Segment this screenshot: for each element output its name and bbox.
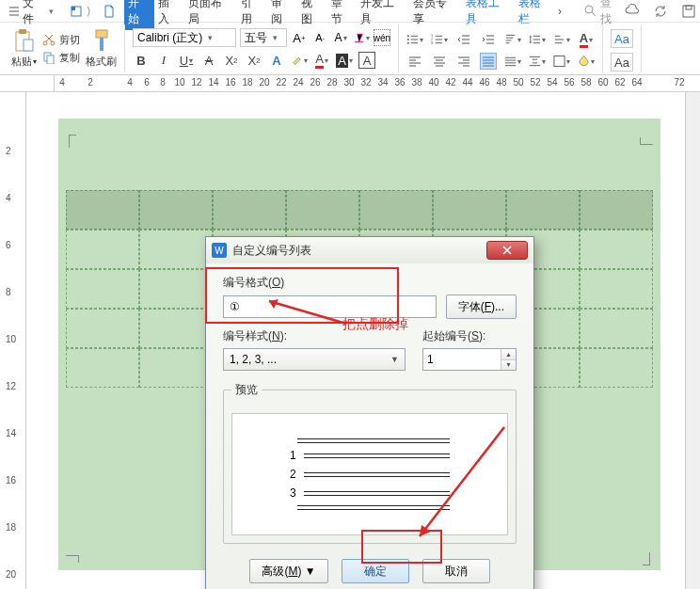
- number-list-button[interactable]: 123: [431, 31, 448, 48]
- paste-icon: [14, 28, 35, 53]
- bullet-list-button[interactable]: [406, 31, 423, 48]
- text-effects-button[interactable]: A: [268, 52, 285, 69]
- svg-rect-20: [554, 56, 565, 66]
- number-style-select[interactable]: 1, 2, 3, ...: [223, 348, 406, 371]
- align-center-button[interactable]: [431, 53, 448, 70]
- svg-point-14: [407, 35, 409, 37]
- search-box[interactable]: 查找: [584, 0, 623, 27]
- cut-icon: [42, 33, 56, 46]
- save-icon[interactable]: [681, 4, 696, 19]
- cancel-button[interactable]: 取消: [422, 559, 490, 583]
- paste-label: 粘贴: [11, 55, 32, 69]
- start-number-spinner[interactable]: 1 ▲▼: [422, 348, 517, 371]
- cloud-icon[interactable]: [625, 4, 640, 19]
- svg-point-16: [407, 42, 409, 44]
- preview-box: 1 2 3: [231, 413, 508, 535]
- margin-corner: [643, 552, 650, 565]
- dialog-app-icon: W: [212, 243, 227, 258]
- phonetic-guide-button[interactable]: wén: [374, 29, 390, 46]
- preview-num: 1: [290, 449, 296, 462]
- highlight-button[interactable]: [291, 52, 308, 69]
- font-color-button[interactable]: A: [313, 52, 330, 69]
- copy-label: 复制: [59, 51, 80, 65]
- format-label: 编号格式(O): [223, 275, 517, 291]
- grow-font-button[interactable]: A+: [291, 29, 308, 46]
- vertical-ruler[interactable]: 2 4 6 8 10 12 14 16 18 20: [0, 92, 26, 589]
- clear-format-button[interactable]: [353, 29, 370, 46]
- line-spacing-button[interactable]: [529, 31, 546, 48]
- copy-icon: [42, 51, 56, 64]
- align-distributed-button[interactable]: [504, 53, 521, 70]
- search-placeholder: 查找: [600, 0, 623, 27]
- cut-label: 剪切: [59, 33, 80, 47]
- svg-rect-6: [19, 29, 26, 34]
- close-button[interactable]: [486, 241, 528, 260]
- search-icon: [584, 5, 597, 17]
- align-right-button[interactable]: [455, 53, 472, 70]
- preview-label: 预览: [231, 382, 262, 398]
- svg-rect-12: [96, 30, 107, 38]
- cut-button[interactable]: 剪切: [40, 31, 82, 48]
- svg-rect-4: [686, 6, 692, 9]
- para-color-button[interactable]: A: [578, 31, 595, 48]
- close-icon: [501, 246, 513, 255]
- strike-button[interactable]: A: [200, 52, 217, 69]
- style1-button[interactable]: Aa: [611, 29, 633, 48]
- style2-button[interactable]: Aa: [611, 53, 633, 72]
- style-value: 1, 2, 3, ...: [230, 353, 277, 366]
- tabs-overflow[interactable]: ›: [556, 5, 564, 18]
- tab-setup-button[interactable]: [553, 31, 570, 48]
- advanced-button[interactable]: 高级(M) ▼: [249, 559, 328, 583]
- dialog-titlebar[interactable]: W 自定义编号列表: [206, 237, 533, 263]
- start-label: 起始编号(S):: [422, 328, 517, 344]
- shrink-font-button[interactable]: A-: [311, 29, 328, 46]
- font-size-select[interactable]: 五号: [240, 28, 287, 47]
- char-border-button[interactable]: A: [358, 52, 375, 69]
- font-button[interactable]: 字体(F)...: [446, 294, 517, 319]
- subscript-button[interactable]: X2: [246, 52, 262, 69]
- preview-num: 2: [290, 468, 296, 481]
- svg-text:3: 3: [431, 41, 433, 45]
- margin-corner: [69, 135, 76, 148]
- superscript-button[interactable]: X2: [223, 52, 240, 69]
- format-painter-label: 格式刷: [86, 55, 117, 69]
- svg-rect-3: [683, 6, 694, 17]
- font-name-select[interactable]: Calibri (正文): [133, 28, 236, 47]
- italic-button[interactable]: I: [155, 52, 172, 69]
- increase-indent-button[interactable]: [480, 31, 497, 48]
- bold-button[interactable]: B: [133, 52, 150, 69]
- align-left-button[interactable]: [406, 53, 423, 70]
- align-justify-button[interactable]: [480, 53, 497, 70]
- para-spacing-button[interactable]: [529, 53, 546, 70]
- sep: ⟩: [87, 5, 91, 18]
- decrease-indent-button[interactable]: [455, 31, 472, 48]
- preview-num: 3: [290, 486, 296, 500]
- format-painter-button[interactable]: 格式刷: [82, 24, 120, 72]
- spin-up[interactable]: ▲: [501, 349, 516, 360]
- hamburger-icon: [9, 7, 19, 16]
- change-case-button[interactable]: A: [332, 29, 349, 46]
- sort-button[interactable]: [504, 31, 521, 48]
- sync-icon[interactable]: [653, 4, 668, 19]
- doc-icon[interactable]: [102, 4, 117, 19]
- copy-button[interactable]: 复制: [40, 49, 82, 66]
- underline-button[interactable]: U: [178, 52, 195, 69]
- shading-button[interactable]: [578, 53, 595, 70]
- style-label: 编号样式(N):: [223, 328, 406, 344]
- dialog-title: 自定义编号列表: [232, 243, 311, 259]
- horizontal-ruler[interactable]: 4 2 4 6 8 10 12 14 16 18 20 22 24 26 28 …: [55, 75, 700, 91]
- ok-button[interactable]: 确定: [342, 559, 409, 583]
- char-shading-button[interactable]: A: [336, 52, 353, 69]
- number-format-input[interactable]: ①: [223, 295, 437, 318]
- paste-button[interactable]: 粘贴▾: [8, 24, 40, 72]
- borders-button[interactable]: [553, 53, 570, 70]
- vertical-scrollbar[interactable]: [685, 92, 700, 589]
- svg-rect-13: [100, 38, 103, 51]
- format-painter-icon: [92, 28, 111, 53]
- custom-number-list-dialog: W 自定义编号列表 编号格式(O) ① 字体(F)... 编号样式(N): 1,…: [205, 236, 534, 589]
- home-icon[interactable]: [69, 4, 84, 19]
- svg-rect-11: [47, 56, 54, 64]
- format-value: ①: [230, 300, 240, 313]
- spin-down[interactable]: ▼: [501, 360, 516, 371]
- margin-corner: [640, 137, 653, 145]
